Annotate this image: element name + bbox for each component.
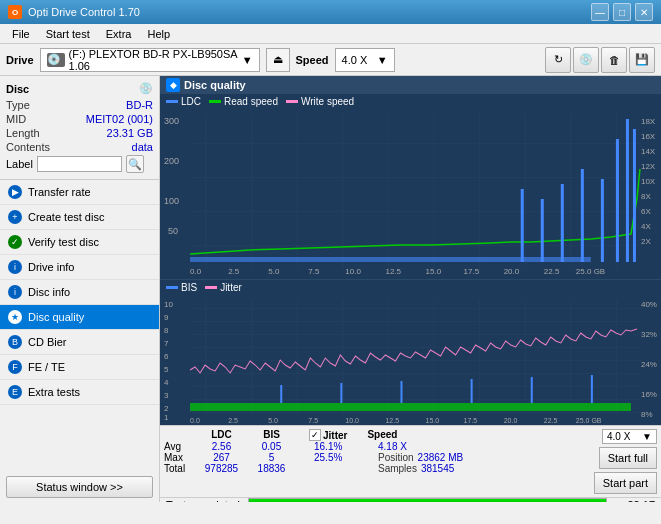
disc-info-icon: i [8, 285, 22, 299]
svg-text:2.5: 2.5 [228, 417, 238, 424]
svg-rect-69 [591, 375, 593, 403]
svg-text:7: 7 [164, 339, 169, 348]
maximize-button[interactable]: □ [613, 3, 631, 21]
sidebar-item-disc-info[interactable]: i Disc info [0, 280, 159, 305]
titlebar-buttons: — □ ✕ [591, 3, 653, 21]
extra-tests-label: Extra tests [28, 386, 80, 398]
sidebar-item-cd-bier[interactable]: B CD Bier [0, 330, 159, 355]
disc-label-input[interactable] [37, 156, 122, 172]
disc-label-key: Label [6, 158, 33, 170]
disc-length-label: Length [6, 127, 40, 139]
chart-header-icon: ◆ [166, 78, 180, 92]
svg-text:40%: 40% [641, 300, 657, 309]
svg-rect-63 [190, 403, 631, 411]
start-part-button[interactable]: Start part [594, 472, 657, 494]
menu-extra[interactable]: Extra [98, 26, 140, 42]
top-chart-legend: LDC Read speed Write speed [160, 94, 661, 109]
svg-text:0.0: 0.0 [190, 267, 202, 276]
menu-start-test[interactable]: Start test [38, 26, 98, 42]
speed-setting-dropdown[interactable]: 4.0 X ▼ [602, 429, 657, 444]
svg-rect-29 [561, 184, 564, 262]
svg-text:6X: 6X [641, 207, 651, 216]
bis-max: 5 [249, 452, 294, 463]
legend-write-speed: Write speed [286, 96, 354, 107]
svg-text:17.5: 17.5 [464, 417, 478, 424]
disc-mid-val: MEIT02 (001) [86, 113, 153, 125]
speed-setting-arrow: ▼ [642, 431, 652, 442]
menu-file[interactable]: File [4, 26, 38, 42]
bis-col-header: BIS [249, 429, 294, 441]
legend-ldc-color [166, 100, 178, 103]
disc-button[interactable]: 💿 [573, 47, 599, 73]
svg-rect-68 [531, 377, 533, 403]
svg-rect-28 [541, 199, 544, 262]
stats-area: LDC BIS ✓ Jitter Speed Avg 2.56 0.05 [160, 425, 661, 497]
legend-jitter: Jitter [205, 282, 242, 293]
status-bar: Test completed 33:17 [160, 497, 661, 502]
sidebar-item-verify-test-disc[interactable]: ✓ Verify test disc [0, 230, 159, 255]
jitter-checkbox[interactable]: ✓ [309, 429, 321, 441]
svg-text:24%: 24% [641, 360, 657, 369]
disc-contents-row: Contents data [6, 141, 153, 153]
status-window-button[interactable]: Status window >> [6, 476, 153, 498]
app-icon: O [8, 5, 22, 19]
svg-text:2X: 2X [641, 237, 651, 246]
svg-text:10.0: 10.0 [345, 267, 361, 276]
svg-rect-67 [471, 379, 473, 403]
eject-button[interactable]: ⏏ [266, 48, 290, 72]
toolbar-icons: ↻ 💿 🗑 💾 [545, 47, 655, 73]
svg-text:16%: 16% [641, 390, 657, 399]
position-label: Position [378, 452, 414, 463]
fe-te-label: FE / TE [28, 361, 65, 373]
svg-text:7.5: 7.5 [308, 267, 320, 276]
start-full-button[interactable]: Start full [599, 447, 657, 469]
refresh-button[interactable]: ↻ [545, 47, 571, 73]
top-chart-area: 300 200 100 50 18X 16X 14X 12X 10X 8X 6X… [160, 109, 661, 279]
time-text: 33:17 [615, 499, 655, 502]
svg-text:16X: 16X [641, 132, 656, 141]
svg-text:2: 2 [164, 404, 169, 413]
minimize-button[interactable]: — [591, 3, 609, 21]
label-search-button[interactable]: 🔍 [126, 155, 144, 173]
position-val: 23862 MB [418, 452, 464, 463]
svg-rect-64 [280, 385, 282, 403]
svg-text:25.0 GB: 25.0 GB [576, 267, 605, 276]
disc-mid-label: MID [6, 113, 26, 125]
svg-text:8X: 8X [641, 192, 651, 201]
speed-selector[interactable]: 4.0 X ▼ [335, 48, 395, 72]
verify-test-disc-label: Verify test disc [28, 236, 99, 248]
sidebar-item-drive-info[interactable]: i Drive info [0, 255, 159, 280]
save-button[interactable]: 💾 [629, 47, 655, 73]
svg-rect-30 [581, 169, 584, 262]
sidebar-item-disc-quality[interactable]: ★ Disc quality [0, 305, 159, 330]
progress-bar-container [248, 498, 607, 502]
chart-title: Disc quality [184, 79, 246, 91]
disc-info-label: Disc info [28, 286, 70, 298]
svg-text:18X: 18X [641, 117, 656, 126]
svg-rect-31 [601, 179, 604, 262]
svg-text:5.0: 5.0 [268, 267, 280, 276]
sidebar-item-fe-te[interactable]: F FE / TE [0, 355, 159, 380]
svg-text:8: 8 [164, 326, 169, 335]
disc-label-row: Label 🔍 [6, 155, 153, 173]
disc-mid-row: MID MEIT02 (001) [6, 113, 153, 125]
speed-dropdown-arrow: ▼ [377, 54, 388, 66]
menu-help[interactable]: Help [139, 26, 178, 42]
legend-write-speed-color [286, 100, 298, 103]
sidebar-item-extra-tests[interactable]: E Extra tests [0, 380, 159, 405]
svg-text:22.5: 22.5 [544, 267, 560, 276]
sidebar-item-transfer-rate[interactable]: ▶ Transfer rate [0, 180, 159, 205]
disc-quality-label: Disc quality [28, 311, 84, 323]
right-controls: 4.0 X ▼ Start full Start part [594, 429, 657, 494]
transfer-rate-icon: ▶ [8, 185, 22, 199]
bottom-chart-legend: BIS Jitter [160, 279, 661, 295]
close-button[interactable]: ✕ [635, 3, 653, 21]
ldc-total: 978285 [194, 463, 249, 474]
drive-selector[interactable]: 💿 (F:) PLEXTOR BD-R PX-LB950SA 1.06 ▼ [40, 48, 260, 72]
sidebar-item-create-test-disc[interactable]: + Create test disc [0, 205, 159, 230]
disc-type-label: Type [6, 99, 30, 111]
svg-text:17.5: 17.5 [464, 267, 480, 276]
bis-avg: 0.05 [249, 441, 294, 452]
titlebar: O Opti Drive Control 1.70 — □ ✕ [0, 0, 661, 24]
erase-button[interactable]: 🗑 [601, 47, 627, 73]
